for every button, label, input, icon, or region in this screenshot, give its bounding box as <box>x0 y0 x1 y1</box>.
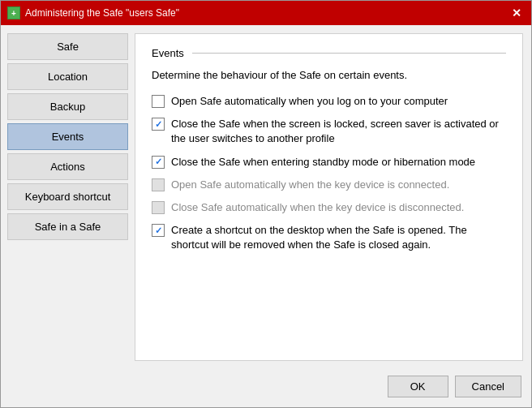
option-text-create-shortcut: Create a shortcut on the desktop when th… <box>171 223 506 252</box>
checkbox-open-key-connected <box>152 178 165 191</box>
window-icon: + <box>7 6 20 19</box>
checkbox-close-screen-locked[interactable] <box>152 118 165 131</box>
section-header: Events <box>152 47 506 59</box>
ok-button[interactable]: OK <box>388 376 448 397</box>
sidebar-item-keyboard-shortcut[interactable]: Keyboard shortcut <box>7 183 128 210</box>
window-title: Administering the Safe "users Safe" <box>25 7 508 19</box>
option-open-auto-login: Open Safe automatically when you log on … <box>152 94 506 109</box>
option-close-key-disconnected: Close Safe automatically when the key de… <box>152 200 506 215</box>
title-bar: + Administering the Safe "users Safe" ✕ <box>1 1 531 25</box>
section-title: Events <box>152 47 184 59</box>
sidebar-item-safe-in-a-safe[interactable]: Safe in a Safe <box>7 213 128 240</box>
sidebar-item-safe[interactable]: Safe <box>7 33 128 60</box>
sidebar-item-events[interactable]: Events <box>7 123 128 150</box>
option-open-key-connected: Open Safe automatically when the key dev… <box>152 178 506 192</box>
section-description: Determine the behaviour of the Safe on c… <box>152 69 506 81</box>
option-text-close-key-disconnected: Close Safe automatically when the key de… <box>171 200 464 215</box>
content-area: Safe Location Backup Events Actions Keyb… <box>1 25 531 369</box>
footer: OK Cancel <box>1 369 531 407</box>
option-text-open-auto-login: Open Safe automatically when you log on … <box>171 94 448 109</box>
cancel-button[interactable]: Cancel <box>455 376 521 397</box>
sidebar-item-location[interactable]: Location <box>7 63 128 90</box>
option-text-open-key-connected: Open Safe automatically when the key dev… <box>171 178 449 192</box>
option-create-shortcut: Create a shortcut on the desktop when th… <box>152 223 506 252</box>
checkbox-close-standby[interactable] <box>152 156 165 169</box>
checkbox-open-auto-login[interactable] <box>152 95 165 108</box>
main-window: + Administering the Safe "users Safe" ✕ … <box>0 0 532 408</box>
option-text-close-standby: Close the Safe when entering standby mod… <box>171 155 475 170</box>
sidebar: Safe Location Backup Events Actions Keyb… <box>1 25 135 369</box>
close-button[interactable]: ✕ <box>508 5 525 21</box>
sidebar-item-backup[interactable]: Backup <box>7 93 128 120</box>
option-close-standby: Close the Safe when entering standby mod… <box>152 155 506 170</box>
option-close-screen-locked: Close the Safe when the screen is locked… <box>152 117 506 146</box>
main-panel: Events Determine the behaviour of the Sa… <box>135 33 523 361</box>
sidebar-item-actions[interactable]: Actions <box>7 153 128 180</box>
checkbox-close-key-disconnected <box>152 201 165 214</box>
checkbox-create-shortcut[interactable] <box>152 224 165 237</box>
section-divider <box>192 53 506 54</box>
option-text-close-screen-locked: Close the Safe when the screen is locked… <box>171 117 506 146</box>
